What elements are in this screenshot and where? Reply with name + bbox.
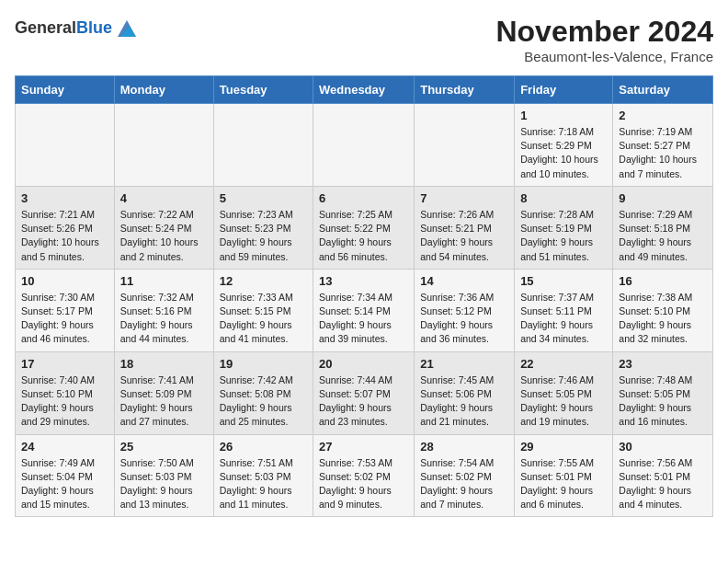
day-info: Sunrise: 7:56 AMSunset: 5:01 PMDaylight:…: [619, 456, 707, 512]
day-number: 26: [220, 440, 307, 454]
day-number: 7: [420, 191, 508, 205]
calendar-week-row: 1Sunrise: 7:18 AMSunset: 5:29 PMDaylight…: [16, 104, 713, 187]
calendar-day-cell: [415, 104, 515, 187]
title-block: November 2024 Beaumont-les-Valence, Fran…: [495, 15, 713, 64]
calendar-day-cell: 11Sunrise: 7:32 AMSunset: 5:16 PMDayligh…: [114, 269, 213, 351]
day-info: Sunrise: 7:22 AMSunset: 5:24 PMDaylight:…: [120, 208, 208, 264]
weekday-header-row: SundayMondayTuesdayWednesdayThursdayFrid…: [16, 76, 713, 104]
calendar-day-cell: 5Sunrise: 7:23 AMSunset: 5:23 PMDaylight…: [213, 186, 313, 269]
day-info: Sunrise: 7:46 AMSunset: 5:05 PMDaylight:…: [520, 373, 607, 430]
day-info: Sunrise: 7:29 AMSunset: 5:18 PMDaylight:…: [619, 208, 707, 264]
calendar-body: 1Sunrise: 7:18 AMSunset: 5:29 PMDaylight…: [16, 104, 713, 517]
day-info: Sunrise: 7:28 AMSunset: 5:19 PMDaylight:…: [520, 208, 607, 264]
weekday-header-tuesday: Tuesday: [213, 76, 313, 104]
day-number: 29: [520, 440, 607, 454]
day-number: 3: [21, 191, 108, 205]
day-info: Sunrise: 7:23 AMSunset: 5:23 PMDaylight:…: [220, 208, 307, 264]
day-info: Sunrise: 7:51 AMSunset: 5:03 PMDaylight:…: [220, 456, 307, 512]
calendar-week-row: 24Sunrise: 7:49 AMSunset: 5:04 PMDayligh…: [16, 434, 713, 517]
calendar-day-cell: 21Sunrise: 7:45 AMSunset: 5:06 PMDayligh…: [415, 351, 515, 434]
day-info: Sunrise: 7:21 AMSunset: 5:26 PMDaylight:…: [21, 208, 108, 264]
calendar-day-cell: 29Sunrise: 7:55 AMSunset: 5:01 PMDayligh…: [515, 434, 613, 517]
calendar-day-cell: 13Sunrise: 7:34 AMSunset: 5:14 PMDayligh…: [313, 269, 415, 351]
calendar-day-cell: 17Sunrise: 7:40 AMSunset: 5:10 PMDayligh…: [16, 351, 115, 434]
calendar-day-cell: 6Sunrise: 7:25 AMSunset: 5:22 PMDaylight…: [313, 186, 415, 269]
day-info: Sunrise: 7:38 AMSunset: 5:10 PMDaylight:…: [619, 291, 707, 347]
weekday-header-sunday: Sunday: [16, 76, 115, 104]
calendar-day-cell: 7Sunrise: 7:26 AMSunset: 5:21 PMDaylight…: [415, 186, 515, 269]
location-subtitle: Beaumont-les-Valence, France: [495, 49, 713, 64]
calendar-day-cell: 4Sunrise: 7:22 AMSunset: 5:24 PMDaylight…: [114, 186, 213, 269]
day-number: 5: [220, 191, 307, 205]
calendar-week-row: 10Sunrise: 7:30 AMSunset: 5:17 PMDayligh…: [16, 269, 713, 351]
day-info: Sunrise: 7:25 AMSunset: 5:22 PMDaylight:…: [319, 208, 408, 264]
day-number: 30: [619, 440, 707, 454]
day-number: 20: [319, 357, 408, 371]
day-number: 1: [520, 109, 607, 122]
calendar-day-cell: 25Sunrise: 7:50 AMSunset: 5:03 PMDayligh…: [114, 434, 213, 517]
calendar-day-cell: 1Sunrise: 7:18 AMSunset: 5:29 PMDaylight…: [515, 104, 613, 187]
calendar-day-cell: 22Sunrise: 7:46 AMSunset: 5:05 PMDayligh…: [515, 351, 613, 434]
day-info: Sunrise: 7:49 AMSunset: 5:04 PMDaylight:…: [21, 456, 108, 512]
calendar-week-row: 17Sunrise: 7:40 AMSunset: 5:10 PMDayligh…: [16, 351, 713, 434]
calendar-day-cell: 20Sunrise: 7:44 AMSunset: 5:07 PMDayligh…: [313, 351, 415, 434]
day-number: 2: [619, 109, 707, 122]
day-info: Sunrise: 7:42 AMSunset: 5:08 PMDaylight:…: [220, 373, 307, 430]
day-number: 12: [220, 274, 307, 288]
day-info: Sunrise: 7:50 AMSunset: 5:03 PMDaylight:…: [120, 456, 208, 512]
day-number: 8: [520, 191, 607, 205]
calendar-day-cell: 18Sunrise: 7:41 AMSunset: 5:09 PMDayligh…: [114, 351, 213, 434]
day-number: 15: [520, 274, 607, 288]
day-info: Sunrise: 7:30 AMSunset: 5:17 PMDaylight:…: [21, 291, 108, 347]
calendar-day-cell: 28Sunrise: 7:54 AMSunset: 5:02 PMDayligh…: [415, 434, 515, 517]
calendar-day-cell: 8Sunrise: 7:28 AMSunset: 5:19 PMDaylight…: [515, 186, 613, 269]
calendar-day-cell: 9Sunrise: 7:29 AMSunset: 5:18 PMDaylight…: [613, 186, 713, 269]
calendar-day-cell: [114, 104, 213, 187]
logo-blue-text: Blue: [76, 18, 112, 37]
day-info: Sunrise: 7:34 AMSunset: 5:14 PMDaylight:…: [319, 291, 408, 347]
month-year-title: November 2024: [495, 15, 713, 49]
calendar-day-cell: [313, 104, 415, 187]
page-header: GeneralBlue November 2024 Beaumont-les-V…: [15, 15, 713, 64]
day-number: 4: [120, 191, 208, 205]
calendar-day-cell: 30Sunrise: 7:56 AMSunset: 5:01 PMDayligh…: [613, 434, 713, 517]
weekday-header-saturday: Saturday: [613, 76, 713, 104]
calendar-day-cell: 3Sunrise: 7:21 AMSunset: 5:26 PMDaylight…: [16, 186, 115, 269]
calendar-day-cell: 19Sunrise: 7:42 AMSunset: 5:08 PMDayligh…: [213, 351, 313, 434]
day-info: Sunrise: 7:33 AMSunset: 5:15 PMDaylight:…: [220, 291, 307, 347]
calendar-day-cell: 15Sunrise: 7:37 AMSunset: 5:11 PMDayligh…: [515, 269, 613, 351]
calendar-table: SundayMondayTuesdayWednesdayThursdayFrid…: [15, 75, 713, 517]
day-number: 21: [420, 357, 508, 371]
calendar-day-cell: 10Sunrise: 7:30 AMSunset: 5:17 PMDayligh…: [16, 269, 115, 351]
day-number: 28: [420, 440, 508, 454]
weekday-header-wednesday: Wednesday: [313, 76, 415, 104]
logo: GeneralBlue: [15, 15, 140, 40]
day-info: Sunrise: 7:54 AMSunset: 5:02 PMDaylight:…: [420, 456, 508, 512]
day-info: Sunrise: 7:40 AMSunset: 5:10 PMDaylight:…: [21, 373, 108, 430]
calendar-header: SundayMondayTuesdayWednesdayThursdayFrid…: [16, 76, 713, 104]
day-number: 22: [520, 357, 607, 371]
day-number: 27: [319, 440, 408, 454]
day-number: 18: [120, 357, 208, 371]
day-info: Sunrise: 7:45 AMSunset: 5:06 PMDaylight:…: [420, 373, 508, 430]
calendar-day-cell: 24Sunrise: 7:49 AMSunset: 5:04 PMDayligh…: [16, 434, 115, 517]
calendar-day-cell: [16, 104, 115, 187]
calendar-day-cell: [213, 104, 313, 187]
day-info: Sunrise: 7:37 AMSunset: 5:11 PMDaylight:…: [520, 291, 607, 347]
day-number: 16: [619, 274, 707, 288]
day-info: Sunrise: 7:18 AMSunset: 5:29 PMDaylight:…: [520, 125, 607, 181]
day-info: Sunrise: 7:48 AMSunset: 5:05 PMDaylight:…: [619, 373, 707, 430]
calendar-day-cell: 2Sunrise: 7:19 AMSunset: 5:27 PMDaylight…: [613, 104, 713, 187]
logo-icon: [114, 15, 140, 40]
day-info: Sunrise: 7:26 AMSunset: 5:21 PMDaylight:…: [420, 208, 508, 264]
weekday-header-friday: Friday: [515, 76, 613, 104]
calendar-day-cell: 27Sunrise: 7:53 AMSunset: 5:02 PMDayligh…: [313, 434, 415, 517]
weekday-header-monday: Monday: [114, 76, 213, 104]
weekday-header-thursday: Thursday: [415, 76, 515, 104]
day-number: 14: [420, 274, 508, 288]
day-info: Sunrise: 7:55 AMSunset: 5:01 PMDaylight:…: [520, 456, 607, 512]
day-number: 25: [120, 440, 208, 454]
day-number: 23: [619, 357, 707, 371]
day-number: 11: [120, 274, 208, 288]
calendar-day-cell: 26Sunrise: 7:51 AMSunset: 5:03 PMDayligh…: [213, 434, 313, 517]
